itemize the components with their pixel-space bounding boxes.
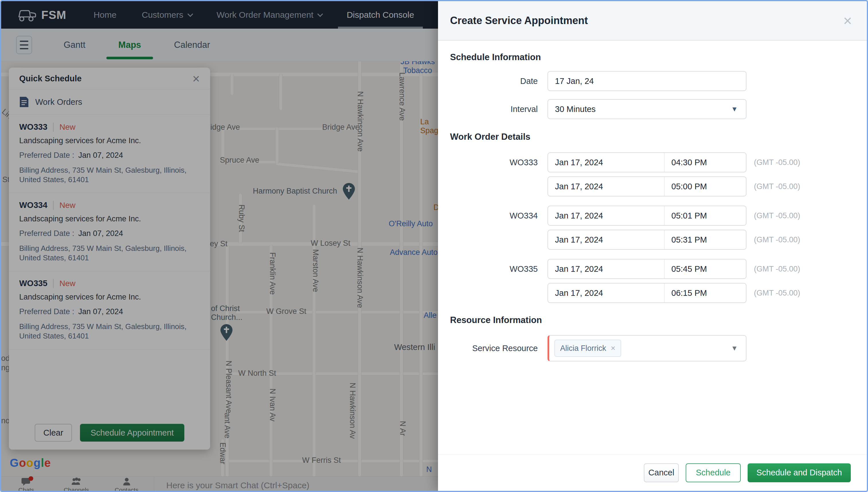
modal-body: Schedule Information Date 17 Jan, 24 Int… [438, 41, 867, 362]
time-field[interactable]: 04:30 PM [664, 153, 746, 172]
resource-chip-name: Alicia Florrick [560, 344, 606, 353]
time-field[interactable]: 05:00 PM [664, 177, 746, 196]
close-icon[interactable]: × [843, 15, 852, 26]
timezone-label: (GMT -05.00) [754, 211, 800, 220]
interval-label: Interval [450, 104, 547, 114]
time-field[interactable]: 06:15 PM [664, 284, 746, 302]
create-service-appointment-modal: Create Service Appointment × Schedule In… [438, 1, 867, 491]
time-field[interactable]: 05:45 PM [664, 260, 746, 278]
dropdown-arrow-icon: ▼ [731, 344, 738, 352]
wo334-end-datetime[interactable]: Jan 17, 2024 05:31 PM [547, 230, 747, 250]
date-input[interactable]: 17 Jan, 24 [547, 71, 747, 91]
schedule-information-heading: Schedule Information [450, 52, 867, 63]
date-label: Date [450, 76, 547, 86]
time-field[interactable]: 05:31 PM [664, 230, 746, 249]
wo335-end-datetime[interactable]: Jan 17, 2024 06:15 PM [547, 283, 747, 303]
date-field[interactable]: Jan 17, 2024 [548, 177, 664, 196]
service-resource-label: Service Resource [450, 344, 547, 353]
resource-chip[interactable]: Alicia Florrick × [555, 340, 621, 357]
wo-row-label: WO333 [450, 158, 547, 167]
cancel-button[interactable]: Cancel [644, 463, 679, 482]
interval-select[interactable]: 30 Minutes ▼ [547, 99, 747, 119]
schedule-button[interactable]: Schedule [686, 463, 741, 482]
date-field[interactable]: Jan 17, 2024 [548, 284, 664, 302]
time-field[interactable]: 05:01 PM [664, 206, 746, 225]
wo-row-label: WO335 [450, 264, 547, 274]
timezone-label: (GMT -05.00) [754, 158, 800, 167]
timezone-label: (GMT -05.00) [754, 289, 800, 298]
wo333-end-datetime[interactable]: Jan 17, 2024 05:00 PM [547, 176, 747, 196]
modal-footer: Cancel Schedule Schedule and Dispatch [438, 454, 867, 491]
modal-title: Create Service Appointment [450, 15, 588, 27]
date-field[interactable]: Jan 17, 2024 [548, 230, 664, 249]
schedule-and-dispatch-button[interactable]: Schedule and Dispatch [748, 463, 851, 482]
timezone-label: (GMT -05.00) [754, 182, 800, 191]
date-field[interactable]: Jan 17, 2024 [548, 206, 664, 225]
dropdown-arrow-icon: ▼ [731, 105, 738, 113]
wo-row-label: WO334 [450, 211, 547, 221]
chip-remove-icon[interactable]: × [611, 344, 615, 353]
wo335-start-datetime[interactable]: Jan 17, 2024 05:45 PM [547, 259, 747, 279]
modal-header: Create Service Appointment × [438, 1, 867, 41]
date-field[interactable]: Jan 17, 2024 [548, 153, 664, 172]
work-order-details-heading: Work Order Details [450, 132, 867, 142]
wo333-start-datetime[interactable]: Jan 17, 2024 04:30 PM [547, 152, 747, 172]
wo334-start-datetime[interactable]: Jan 17, 2024 05:01 PM [547, 206, 747, 226]
timezone-label: (GMT -05.00) [754, 236, 800, 244]
resource-information-heading: Resource Information [450, 315, 867, 325]
app-window: FSM Home Customers Work Order Management… [0, 0, 868, 492]
service-resource-multiselect[interactable]: Alicia Florrick × ▼ [547, 335, 747, 362]
timezone-label: (GMT -05.00) [754, 265, 800, 273]
date-field[interactable]: Jan 17, 2024 [548, 260, 664, 278]
